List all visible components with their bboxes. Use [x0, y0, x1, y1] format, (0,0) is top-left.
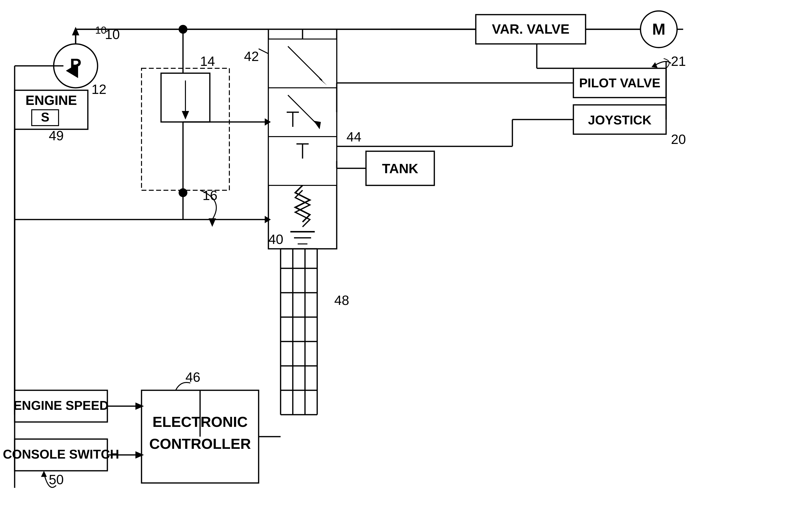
svg-text:JOYSTICK: JOYSTICK	[588, 113, 652, 127]
diagram-svg: P 10 ENGINE S 12 49 VAR. VALVE M 14	[0, 0, 792, 532]
svg-text:CONSOLE SWITCH: CONSOLE SWITCH	[3, 447, 119, 461]
svg-text:40: 40	[268, 232, 283, 247]
svg-text:42: 42	[244, 49, 259, 64]
svg-text:PILOT VALVE: PILOT VALVE	[579, 76, 660, 90]
svg-text:21: 21	[671, 54, 686, 69]
pump-label: 10	[95, 24, 107, 36]
svg-text:TANK: TANK	[382, 161, 418, 176]
svg-text:49: 49	[49, 128, 64, 143]
svg-text:44: 44	[346, 129, 361, 145]
svg-text:48: 48	[334, 293, 349, 308]
svg-text:12: 12	[92, 82, 107, 97]
svg-text:M: M	[652, 20, 665, 38]
svg-point-31	[178, 188, 187, 197]
svg-text:ENGINE SPEED: ENGINE SPEED	[14, 398, 109, 413]
svg-text:20: 20	[671, 132, 686, 147]
svg-text:S: S	[41, 110, 50, 124]
svg-rect-35	[268, 39, 337, 88]
svg-text:ENGINE: ENGINE	[25, 93, 77, 108]
svg-text:14: 14	[200, 54, 215, 69]
svg-text:VAR. VALVE: VAR. VALVE	[492, 21, 569, 37]
svg-rect-38	[268, 88, 337, 137]
svg-text:CONTROLLER: CONTROLLER	[149, 436, 251, 452]
svg-text:50: 50	[49, 472, 64, 487]
